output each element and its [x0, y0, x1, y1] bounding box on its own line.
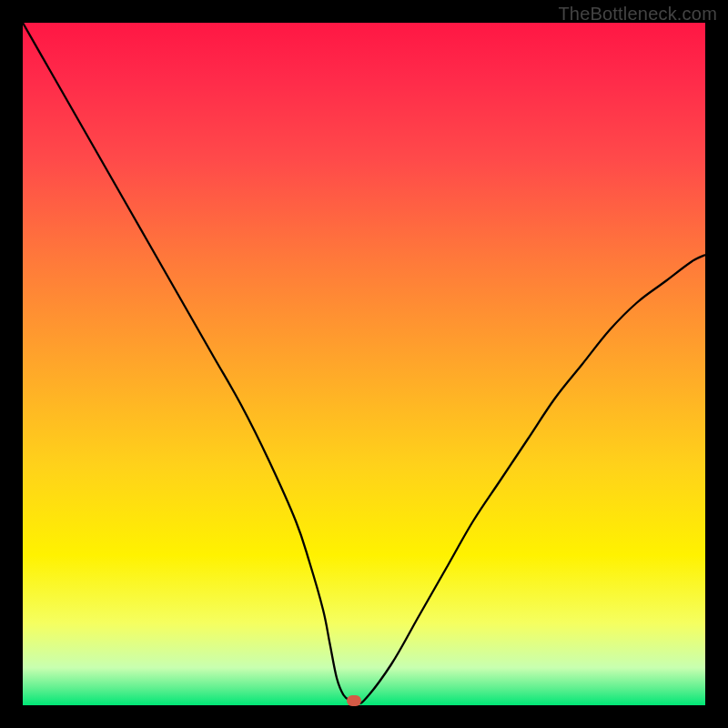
watermark-text: TheBottleneck.com [558, 4, 717, 25]
plot-area [23, 23, 705, 705]
optimal-point-marker [347, 695, 361, 706]
chart-frame: TheBottleneck.com [0, 0, 728, 728]
chart-svg [23, 23, 705, 705]
gradient-background [23, 23, 705, 705]
